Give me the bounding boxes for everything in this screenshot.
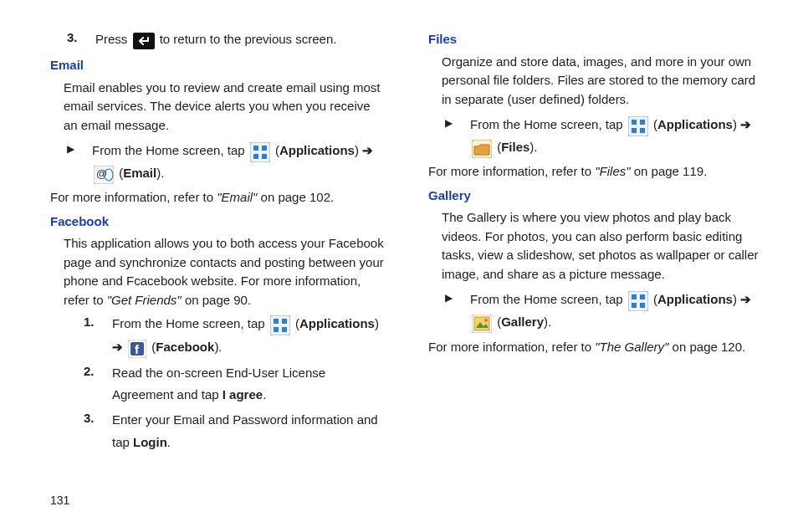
page-number: 131: [50, 494, 69, 507]
gallery-label: Gallery: [501, 315, 544, 329]
gallery-nav-step: ▶ From the Home screen, tap (Application…: [445, 289, 765, 334]
back-icon: [133, 29, 155, 51]
applications-label: Applications: [657, 292, 733, 306]
facebook-step-2: 2. Read the on-screen End-User License A…: [84, 362, 386, 407]
text: Press: [95, 32, 131, 46]
left-column: 3. Press to return to the previous scree…: [50, 25, 386, 457]
text: .: [263, 387, 266, 402]
svg-rect-17: [628, 116, 648, 136]
gallery-icon: [472, 312, 492, 334]
text: ).: [544, 315, 551, 329]
svg-rect-24: [632, 294, 637, 299]
svg-rect-13: [282, 327, 287, 332]
facebook-step-1: 1. From the Home screen, tap (Applicatio…: [84, 313, 386, 358]
applications-icon: [250, 141, 270, 162]
applications-icon: [270, 314, 290, 335]
email-icon: @: [94, 163, 114, 185]
email-intro: Email enables you to review and create e…: [64, 79, 386, 136]
svg-rect-23: [628, 291, 648, 311]
svg-rect-2: [253, 146, 258, 151]
text: Read the on-screen End-User License Agre…: [112, 366, 325, 402]
text: to return to the previous screen.: [160, 32, 337, 46]
svg-rect-10: [274, 319, 279, 324]
files-intro: Organize and store data, images, and mor…: [442, 53, 765, 110]
applications-icon: [628, 289, 648, 311]
svg-rect-9: [270, 315, 290, 335]
files-nav-step: ▶ From the Home screen, tap (Application…: [445, 114, 765, 159]
svg-rect-18: [632, 120, 637, 125]
reference-link[interactable]: "The Gallery": [595, 340, 668, 354]
email-label: Email: [123, 166, 156, 180]
facebook-intro: This application allows you to both acce…: [64, 234, 386, 309]
arrow-icon: ➔: [740, 114, 751, 136]
list-number: 3.: [67, 28, 82, 51]
svg-rect-27: [640, 303, 645, 308]
triangle-bullet-icon: ▶: [445, 289, 457, 334]
svg-rect-20: [632, 128, 637, 133]
triangle-bullet-icon: ▶: [67, 140, 79, 185]
reference-link[interactable]: "Get Friends": [107, 293, 182, 307]
email-nav-step: ▶ From the Home screen, tap (Application…: [67, 140, 386, 185]
files-label: Files: [501, 140, 529, 154]
files-reference: For more information, refer to "Files" o…: [428, 162, 765, 182]
svg-rect-19: [640, 120, 645, 125]
text: ): [375, 316, 379, 330]
list-number: 2.: [84, 362, 99, 407]
right-column: Files Organize and store data, images, a…: [428, 25, 765, 457]
files-icon: [472, 137, 492, 159]
text: ).: [156, 166, 164, 180]
step-3-press-back: 3. Press to return to the previous scree…: [67, 28, 386, 51]
arrow-icon: ➔: [740, 289, 751, 310]
svg-rect-4: [253, 154, 258, 159]
text: ): [355, 143, 362, 157]
svg-rect-12: [274, 327, 279, 332]
gallery-intro: The Gallery is where you view photos and…: [442, 208, 765, 284]
svg-rect-3: [262, 146, 267, 151]
heading-gallery: Gallery: [428, 187, 765, 206]
svg-rect-1: [250, 142, 270, 162]
list-number: 1.: [84, 313, 99, 358]
facebook-label: Facebook: [156, 340, 214, 354]
svg-rect-21: [640, 128, 645, 133]
i-agree-label: I agree: [223, 387, 263, 402]
heading-facebook: Facebook: [50, 212, 386, 232]
arrow-icon: ➔: [112, 336, 123, 358]
applications-icon: [628, 115, 648, 136]
facebook-icon: f: [128, 337, 146, 359]
svg-rect-5: [262, 154, 267, 159]
text: ): [733, 292, 740, 306]
text: ).: [214, 340, 222, 354]
svg-rect-26: [632, 303, 637, 308]
svg-rect-11: [282, 319, 287, 324]
email-reference: For more information, refer to "Email" o…: [50, 188, 386, 207]
reference-link[interactable]: "Files": [595, 164, 630, 178]
applications-label: Applications: [299, 316, 375, 330]
text: From the Home screen, tap: [112, 316, 269, 330]
text: From the Home screen, tap: [470, 292, 627, 306]
login-label: Login: [133, 435, 167, 449]
applications-label: Applications: [279, 143, 355, 157]
facebook-step-3: 3. Enter your Email and Password informa…: [84, 409, 386, 453]
text: ): [733, 117, 740, 131]
reference-link[interactable]: "Email": [217, 190, 257, 204]
list-number: 3.: [84, 409, 99, 453]
svg-rect-29: [474, 317, 489, 330]
text: From the Home screen, tap: [92, 143, 248, 157]
text: ).: [529, 140, 537, 154]
triangle-bullet-icon: ▶: [445, 114, 457, 159]
applications-label: Applications: [657, 117, 733, 131]
text: .: [167, 435, 171, 449]
heading-email: Email: [50, 56, 386, 75]
arrow-icon: ➔: [362, 140, 373, 161]
text: From the Home screen, tap: [470, 117, 627, 131]
svg-point-31: [484, 319, 488, 322]
svg-rect-25: [640, 294, 645, 299]
gallery-reference: For more information, refer to "The Gall…: [428, 338, 765, 357]
heading-files: Files: [428, 30, 765, 49]
